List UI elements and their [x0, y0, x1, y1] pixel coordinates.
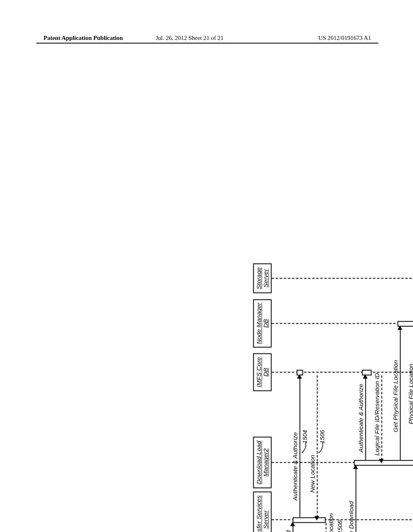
msg-auth-2: Authenticate & Authorize: [357, 384, 365, 452]
arrow-m5: [356, 466, 357, 532]
lifeline-tss-l2: Server: [262, 511, 269, 529]
msg-new-location: New Location: [309, 455, 316, 493]
arrow-m7: [382, 376, 382, 460]
msg-phys-loc: Physical File Location: [407, 364, 413, 424]
arrow-m4: [326, 523, 327, 532]
hdr-sheet: Jul. 26, 2012 Sheet 21 of 21: [156, 35, 223, 42]
arrowhead-m2: [297, 374, 302, 379]
lifeline-dlm-l2: Manager2: [262, 449, 269, 477]
lifeline-dash-nm: [272, 323, 413, 324]
hdr-docket: US 2012/0191673 A1: [318, 35, 371, 42]
arrowhead-m1: [290, 522, 295, 526]
arrowhead-m7: [379, 459, 384, 463]
lifeline-transfer-services: Transfer Services Server: [253, 492, 272, 532]
hdr-publication: Patent Application Publication: [44, 35, 123, 42]
arrowhead-m3: [315, 516, 319, 521]
msg-logical-file-id: Logical File ID/Reservation ID: [373, 373, 381, 455]
lifeline-imfs-l1: IMFS Core: [255, 357, 262, 387]
msg-get-phys-loc: Get Physical File Location: [392, 360, 399, 432]
lifeline-imfs-core: IMFS Core DB: [253, 353, 272, 391]
arrow-m2: [300, 376, 300, 517]
lifeline-imfs-l2: DB: [262, 368, 269, 377]
lifeline-storage-l2: Server: [262, 269, 269, 288]
lifeline-tss-l1: Transfer Services: [255, 495, 262, 532]
lifeline-dash-storage: [272, 278, 413, 279]
arrowhead-m5: [353, 465, 358, 469]
arrowhead-m8: [398, 326, 403, 330]
lifeline-storage-l1: Storage: [255, 267, 262, 289]
lifeline-storage-server: Storage Server: [253, 264, 272, 293]
diagram-wrapper: 1500 Client Transfer Services Server Dow…: [241, 235, 413, 532]
msg-auth-1: Authenticate & Authorize: [292, 432, 299, 501]
callout-1508: 1508: [336, 520, 343, 532]
lifeline-dlm-l1: Download Load: [255, 441, 262, 484]
arrow-m6: [365, 376, 366, 460]
msg-redirect: Redirect to New Location: [327, 513, 335, 532]
hdr-rule: [36, 43, 378, 44]
msg-initiate-download-2: Initiate Download: [348, 501, 355, 532]
msg-initiate-download-1: Initiate Download: [285, 530, 292, 532]
lifeline-node-manager: Node Manager DB: [253, 299, 272, 348]
lifeline-download-load-manager: Download Load Manager2: [253, 437, 272, 488]
activation-tss: [293, 517, 326, 523]
sequence-diagram: 1500 Client Transfer Services Server Dow…: [241, 235, 413, 532]
arrowhead-m6: [363, 374, 368, 379]
callout-line-1506: [318, 443, 325, 454]
lifeline-nm-l1: Node Manager: [255, 303, 262, 344]
callout-line-1504: [301, 443, 308, 454]
arrow-m8: [400, 327, 401, 460]
lifeline-nm-l2: DB: [262, 319, 269, 328]
